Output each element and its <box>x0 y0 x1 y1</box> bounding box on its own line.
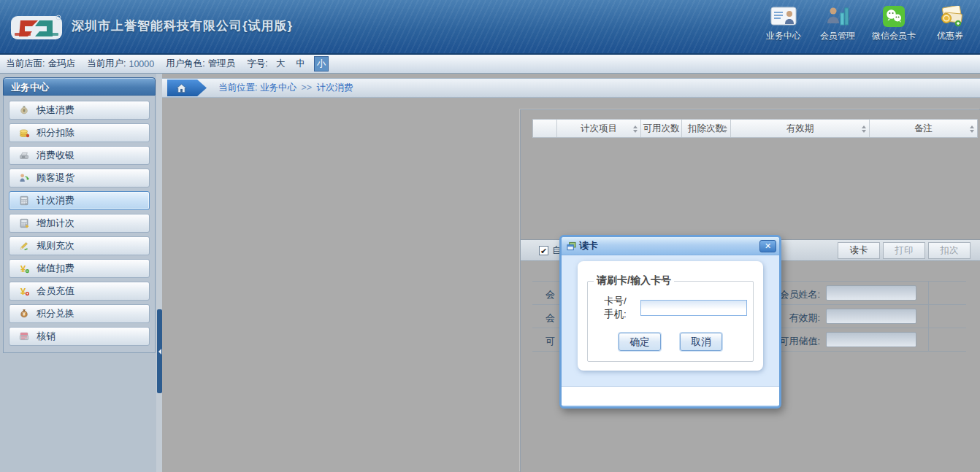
sidebar-splitter <box>156 74 162 472</box>
role-label: 用户角色: <box>166 58 204 70</box>
home-icon <box>176 83 187 93</box>
yuan-deduct-icon: ¥ <box>18 263 30 274</box>
read-card-button[interactable]: 读卡 <box>838 242 880 259</box>
sort-icon[interactable] <box>862 125 866 133</box>
column-available-count[interactable]: 可用次数 <box>641 120 682 137</box>
sidebar-item-points-exchange[interactable]: ¥ 积分兑换 <box>9 304 150 323</box>
sidebar-collapse-handle[interactable] <box>157 309 162 393</box>
read-card-dialog: 读卡 ✕ 请刷卡/输入卡号 卡号/手机: 确定 取消 <box>559 235 781 409</box>
counter-icon <box>18 195 30 206</box>
validity-field[interactable] <box>826 309 916 324</box>
sidebar-item-rule-recharge[interactable]: 规则充次 <box>9 236 150 255</box>
column-count-item[interactable]: 计次项目 <box>557 120 641 137</box>
sidebar-item-label: 快速消费 <box>37 104 74 117</box>
sidebar-item-label: 积分兑换 <box>37 307 74 320</box>
breadcrumb-location-label: 当前位置: <box>218 82 257 93</box>
collapse-left-icon <box>158 349 161 355</box>
business-center-icon <box>770 6 797 28</box>
member-name-field[interactable] <box>826 285 916 301</box>
sidebar-title: 业务中心 <box>3 77 156 96</box>
column-select <box>533 120 557 137</box>
svg-text:¥: ¥ <box>20 263 26 274</box>
sidebar-item-label: 消费收银 <box>37 149 74 162</box>
yuan-recharge-icon: ¥ <box>18 285 30 297</box>
sidebar-item-label: 顾客退货 <box>37 171 74 185</box>
dialog-window-icon <box>567 241 576 251</box>
coins-icon <box>18 127 30 139</box>
left-label-partial: 会 <box>545 288 555 301</box>
left-label-partial: 可 <box>545 335 555 348</box>
sidebar-item-stored-value-deduct[interactable]: ¥ 储值扣费 <box>9 259 150 278</box>
user-value: 10000 <box>129 59 154 69</box>
print-button[interactable]: 打印 <box>883 242 925 259</box>
card-number-input[interactable] <box>640 300 747 316</box>
breadcrumb-separator: >> <box>301 82 312 93</box>
sidebar-item-member-recharge[interactable]: ¥ 会员充值 <box>9 282 150 301</box>
fontsize-label: 字号: <box>247 58 267 70</box>
coupon-icon <box>937 6 963 28</box>
top-nav-business-center[interactable]: 业务中心 <box>764 6 803 42</box>
sort-icon[interactable] <box>970 125 974 133</box>
column-deduct-count[interactable]: 扣除次数 <box>682 120 731 137</box>
stored-value-field[interactable] <box>826 332 916 347</box>
sidebar-item-cashier[interactable]: 消费收银 <box>9 146 150 165</box>
sidebar-item-label: 核销 <box>37 330 55 343</box>
sidebar-item-add-count[interactable]: 增加计次 <box>9 214 150 233</box>
dialog-titlebar[interactable]: 读卡 ✕ <box>562 237 779 255</box>
dialog-footer <box>562 386 779 405</box>
deduct-count-button[interactable]: 扣次 <box>928 242 971 259</box>
fontsize-small-button[interactable]: 小 <box>314 56 329 71</box>
breadcrumb-current: 计次消费 <box>317 82 353 93</box>
nav-label: 微信会员卡 <box>872 30 916 42</box>
role-value: 管理员 <box>208 58 236 70</box>
fontsize-medium-button[interactable]: 中 <box>294 57 307 71</box>
top-nav-coupon[interactable]: 优惠券 <box>930 6 970 42</box>
top-nav-wechat-member-card[interactable]: 微信会员卡 <box>872 6 916 42</box>
sidebar-item-customer-return[interactable]: 顾客退货 <box>9 169 150 187</box>
left-label-partial: 会 <box>545 312 555 325</box>
sidebar-item-label: 计次消费 <box>37 194 74 207</box>
sidebar-item-label: 积分扣除 <box>37 126 74 139</box>
company-logo <box>10 12 67 42</box>
ok-button[interactable]: 确定 <box>619 333 661 351</box>
cancel-button[interactable]: 取消 <box>680 333 722 351</box>
breadcrumb-section[interactable]: 业务中心 <box>260 82 296 93</box>
nav-label: 优惠券 <box>937 30 963 42</box>
money-bag-icon: ¥ <box>18 104 30 116</box>
page-title: 深圳市上誉智能科技有限公司{试用版} <box>72 18 293 34</box>
home-button[interactable] <box>167 80 207 96</box>
svg-text:¥: ¥ <box>23 108 26 113</box>
svg-text:¥: ¥ <box>23 312 26 317</box>
fontsize-large-button[interactable]: 大 <box>274 57 288 71</box>
verify-machine-icon <box>18 330 30 342</box>
sidebar-menu: ¥ 快速消费 积分扣除 消费收银 <box>3 96 156 353</box>
store-value: 金玛店 <box>47 58 75 70</box>
member-management-icon <box>825 6 850 28</box>
dialog-body: 请刷卡/输入卡号 卡号/手机: 确定 取消 <box>562 255 779 405</box>
sidebar-item-quick-consume[interactable]: ¥ 快速消费 <box>9 101 150 120</box>
form-divider <box>928 328 929 352</box>
fieldset-legend: 请刷卡/输入卡号 <box>594 274 674 287</box>
form-divider <box>928 282 929 304</box>
sort-icon[interactable] <box>633 125 638 133</box>
nav-label: 会员管理 <box>820 30 855 42</box>
sidebar-item-verify[interactable]: 核销 <box>9 327 150 346</box>
card-number-label: 卡号/手机: <box>604 295 636 321</box>
card-number-row: 卡号/手机: <box>594 295 747 321</box>
sidebar-item-count-consume[interactable]: 计次消费 <box>9 191 150 210</box>
cash-register-icon <box>18 150 30 161</box>
column-remark[interactable]: 备注 <box>870 120 977 137</box>
breadcrumb-bar: 当前位置: 业务中心 >> 计次消费 <box>162 78 980 98</box>
points-bag-icon: ¥ <box>18 308 30 320</box>
sort-icon[interactable] <box>723 125 727 133</box>
dialog-close-button[interactable]: ✕ <box>759 240 776 252</box>
column-validity[interactable]: 有效期 <box>731 120 870 137</box>
sidebar-item-points-deduct[interactable]: 积分扣除 <box>9 123 150 142</box>
top-nav-member-management[interactable]: 会员管理 <box>818 6 857 42</box>
counter-add-icon <box>18 217 30 229</box>
nav-label: 业务中心 <box>766 30 801 42</box>
auto-checkbox[interactable] <box>539 246 548 255</box>
table-header-row: 计次项目 可用次数 扣除次数 有效期 备注 <box>532 119 978 138</box>
app-window: 深圳市上誉智能科技有限公司{试用版} 业务中心 <box>0 0 980 472</box>
store-label: 当前店面: <box>6 58 45 70</box>
